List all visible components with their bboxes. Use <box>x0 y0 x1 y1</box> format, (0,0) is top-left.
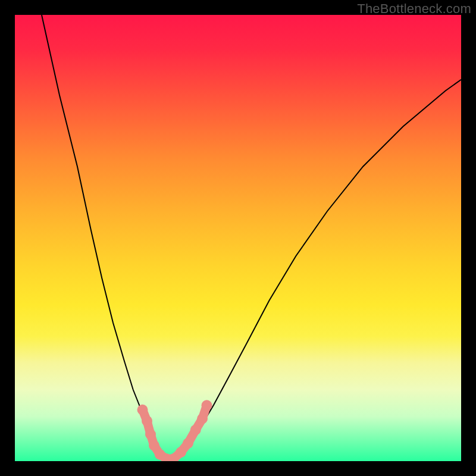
marker-dot <box>145 429 156 440</box>
marker-dot <box>183 438 193 449</box>
curve-layer <box>15 15 461 461</box>
marker-dot <box>190 425 201 436</box>
curve-right-branch <box>176 80 461 459</box>
marker-dot <box>202 400 212 411</box>
plot-area <box>15 15 461 461</box>
marker-dot <box>176 447 186 458</box>
curve-left-branch <box>42 15 167 459</box>
marker-dot <box>197 414 208 424</box>
marker-dot <box>149 440 159 451</box>
watermark-text: TheBottleneck.com <box>357 1 471 17</box>
marker-dot <box>142 416 152 427</box>
chart-frame: TheBottleneck.com <box>0 0 476 476</box>
marker-dot <box>137 405 148 415</box>
